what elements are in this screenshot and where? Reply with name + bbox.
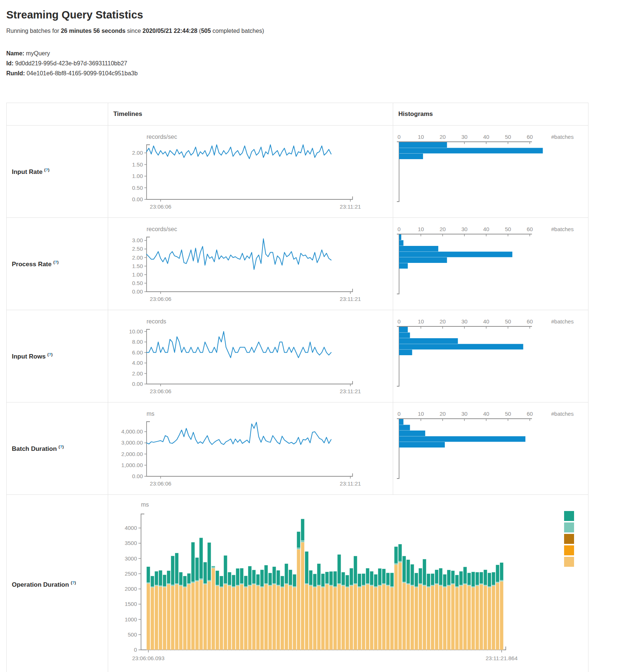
svg-text:1,000.00: 1,000.00 xyxy=(121,462,143,468)
process-rate-label-cell: Process Rate (?) xyxy=(7,218,108,310)
svg-text:1.00: 1.00 xyxy=(132,271,143,278)
query-name-line: Name: myQuery xyxy=(6,48,619,58)
operation-duration-chart: ms0500100015002000250030003500400023:06:… xyxy=(110,499,582,665)
svg-text:2,000.00: 2,000.00 xyxy=(121,451,143,457)
svg-text:0.00: 0.00 xyxy=(132,288,143,295)
batch-duration-help-tooltip[interactable]: (?) xyxy=(59,445,64,449)
row-label: Input Rows xyxy=(12,353,46,360)
svg-text:0.00: 0.00 xyxy=(132,381,143,387)
svg-text:50: 50 xyxy=(505,134,511,140)
svg-text:20: 20 xyxy=(440,411,446,417)
svg-text:0: 0 xyxy=(134,647,137,653)
operation-duration-row: Operation Duration (?) ms050010001500200… xyxy=(7,495,588,672)
svg-text:10: 10 xyxy=(418,318,424,325)
question-mark-icon: ? xyxy=(55,260,57,264)
svg-text:#batches: #batches xyxy=(551,411,574,417)
svg-text:0: 0 xyxy=(398,226,401,232)
svg-text:0.50: 0.50 xyxy=(132,185,143,191)
svg-text:1.50: 1.50 xyxy=(132,161,143,168)
input-rate-histogram-cell: 0102030405060#batches xyxy=(393,126,588,218)
query-id-line: Id: 9d0dd219-995d-423e-b97d-36931110bb27 xyxy=(6,58,619,68)
svg-text:23:06:06: 23:06:06 xyxy=(150,296,171,302)
legend-swatch xyxy=(564,511,574,521)
query-name-value: myQuery xyxy=(26,50,50,56)
batch-duration-histogram-chart: 0102030405060#batches xyxy=(395,408,588,487)
page-title: Streaming Query Statistics xyxy=(6,9,619,21)
svg-text:records: records xyxy=(147,318,166,325)
statistics-table: Timelines Histograms Input Rate (?) reco… xyxy=(6,103,588,672)
svg-text:4,000.00: 4,000.00 xyxy=(121,428,143,435)
svg-text:23:06:06: 23:06:06 xyxy=(150,203,171,210)
svg-text:60: 60 xyxy=(527,318,533,325)
svg-text:60: 60 xyxy=(527,411,533,417)
timelines-header: Timelines xyxy=(108,103,393,126)
summary-text: Running batches for xyxy=(6,28,61,34)
svg-text:2000: 2000 xyxy=(125,586,137,592)
svg-text:4000: 4000 xyxy=(125,525,137,531)
input-rate-help-tooltip[interactable]: (?) xyxy=(44,168,49,172)
process-rate-help-tooltip[interactable]: (?) xyxy=(53,260,58,264)
svg-text:10.00: 10.00 xyxy=(129,328,143,335)
svg-text:10: 10 xyxy=(418,411,424,417)
svg-text:30: 30 xyxy=(461,226,468,232)
operation-duration-label-cell: Operation Duration (?) xyxy=(7,495,108,672)
svg-text:23:11:21: 23:11:21 xyxy=(340,203,361,210)
svg-text:1.50: 1.50 xyxy=(132,263,143,269)
svg-text:40: 40 xyxy=(483,411,490,417)
input-rows-help-tooltip[interactable]: (?) xyxy=(47,352,52,357)
svg-text:3,000.00: 3,000.00 xyxy=(121,439,143,446)
summary-text: since xyxy=(126,28,142,34)
input-rate-timeline-chart: records/sec0.000.501.001.502.0023:06:062… xyxy=(110,129,368,215)
input-rate-label-cell: Input Rate (?) xyxy=(7,126,108,218)
input-rate-histogram-chart: 0102030405060#batches xyxy=(395,131,588,210)
histograms-header: Histograms xyxy=(393,103,588,126)
svg-text:60: 60 xyxy=(527,134,533,140)
input-rows-timeline-chart: records0.002.004.006.008.0010.0023:06:06… xyxy=(110,314,368,400)
batch-duration-histogram-cell: 0102030405060#batches xyxy=(393,402,588,495)
svg-text:0: 0 xyxy=(398,318,401,325)
input-rows-timeline-cell: records0.002.004.006.008.0010.0023:06:06… xyxy=(108,310,393,402)
row-label: Process Rate xyxy=(12,260,52,267)
svg-text:30: 30 xyxy=(461,134,468,140)
svg-text:#batches: #batches xyxy=(551,134,574,140)
query-id-value: 9d0dd219-995d-423e-b97d-36931110bb27 xyxy=(15,60,127,66)
svg-text:23:06:06: 23:06:06 xyxy=(150,480,171,487)
question-mark-icon: ? xyxy=(60,445,62,449)
svg-text:30: 30 xyxy=(461,318,468,325)
summary-text: completed batches) xyxy=(211,28,264,34)
operation-duration-help-tooltip[interactable]: (?) xyxy=(71,580,76,585)
input-rate-row: Input Rate (?) records/sec0.000.501.001.… xyxy=(7,126,588,218)
svg-text:40: 40 xyxy=(483,226,490,232)
svg-text:records/sec: records/sec xyxy=(147,226,177,232)
svg-text:8.00: 8.00 xyxy=(132,339,143,345)
svg-text:23:11:21: 23:11:21 xyxy=(340,388,361,394)
svg-text:20: 20 xyxy=(440,318,446,325)
svg-text:1000: 1000 xyxy=(125,616,137,623)
svg-text:1500: 1500 xyxy=(125,601,137,607)
svg-text:3500: 3500 xyxy=(125,540,137,546)
legend-swatch xyxy=(564,522,574,532)
svg-text:2.00: 2.00 xyxy=(132,254,143,261)
svg-text:23:06:06.093: 23:06:06.093 xyxy=(132,655,165,661)
svg-text:0.50: 0.50 xyxy=(132,280,143,286)
svg-text:0: 0 xyxy=(398,411,401,417)
query-runid-value: 04e101e6-8bf8-4165-9099-9104c951ba3b xyxy=(27,70,138,76)
input-rows-histogram-chart: 0102030405060#batches xyxy=(395,315,588,395)
svg-text:60: 60 xyxy=(527,226,533,232)
process-rate-row: Process Rate (?) records/sec0.000.501.00… xyxy=(7,218,588,310)
svg-text:0.00: 0.00 xyxy=(132,473,143,479)
row-label: Input Rate xyxy=(12,168,42,175)
query-info-block: Name: myQuery Id: 9d0dd219-995d-423e-b97… xyxy=(6,48,619,78)
id-label: Id: xyxy=(6,60,14,66)
svg-text:3.00: 3.00 xyxy=(132,237,143,243)
summary-text: ( xyxy=(198,28,201,34)
svg-text:3000: 3000 xyxy=(125,555,137,562)
name-label: Name: xyxy=(6,50,24,56)
batch-duration-timeline-cell: ms0.001,000.002,000.003,000.004,000.0023… xyxy=(108,402,393,495)
table-header-row: Timelines Histograms xyxy=(7,103,588,126)
svg-text:20: 20 xyxy=(440,226,446,232)
legend-swatch xyxy=(564,534,574,544)
query-runid-line: RunId: 04e101e6-8bf8-4165-9099-9104c951b… xyxy=(6,68,619,78)
input-rate-timeline-cell: records/sec0.000.501.001.502.0023:06:062… xyxy=(108,126,393,218)
process-rate-timeline-cell: records/sec0.000.501.001.502.002.503.002… xyxy=(108,218,393,310)
